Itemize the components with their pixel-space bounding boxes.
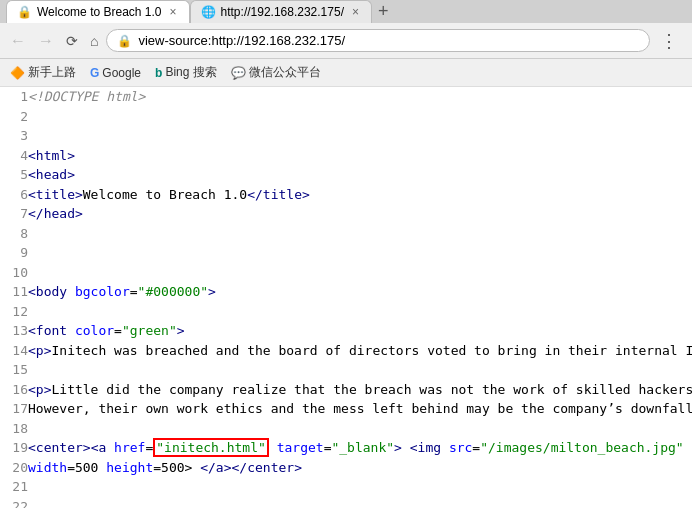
linecontent-14: <p>Initech was breached and the board of… xyxy=(28,341,692,361)
linenum-19: 19 xyxy=(0,438,28,458)
linecontent-7: </head> xyxy=(28,204,692,224)
bookmark-xinshoushang-label: 新手上路 xyxy=(28,64,76,81)
linenum-7: 7 xyxy=(0,204,28,224)
linenum-14: 14 xyxy=(0,341,28,361)
linenum-5: 5 xyxy=(0,165,28,185)
linecontent-17: However, their own work ethics and the m… xyxy=(28,399,692,419)
menu-button[interactable]: ⋮ xyxy=(654,28,686,54)
bookmark-google[interactable]: G Google xyxy=(86,64,145,82)
bookmark-xinshoushang[interactable]: 🔶 新手上路 xyxy=(6,62,80,83)
new-tab-button[interactable]: + xyxy=(372,1,395,22)
bookmark-wechat-label: 微信公众平台 xyxy=(249,64,321,81)
linenum-8: 8 xyxy=(0,224,28,244)
linecontent-21 xyxy=(28,477,692,497)
linecontent-11: <body bgcolor="#000000"> xyxy=(28,282,692,302)
line-12: 12 xyxy=(0,302,692,322)
linecontent-20: width=500 height=500> </a></center> xyxy=(28,458,692,478)
linenum-4: 4 xyxy=(0,146,28,166)
line-13: 13 <font color="green"> xyxy=(0,321,692,341)
tab2-close-icon[interactable]: × xyxy=(350,5,361,19)
tab-2[interactable]: 🌐 http://192.168.232.175/ × xyxy=(190,0,372,23)
linenum-17: 17 xyxy=(0,399,28,419)
linecontent-10 xyxy=(28,263,692,283)
linecontent-22 xyxy=(28,497,692,509)
home-button[interactable]: ⌂ xyxy=(86,31,102,51)
back-button[interactable]: ← xyxy=(6,30,30,52)
linecontent-19: <center><a href="initech.html" target="_… xyxy=(28,438,692,458)
linenum-10: 10 xyxy=(0,263,28,283)
address-bar-wrapper: 🔒 xyxy=(106,29,650,52)
linenum-2: 2 xyxy=(0,107,28,127)
line-17: 17 However, their own work ethics and th… xyxy=(0,399,692,419)
line-16: 16 <p>Little did the company realize tha… xyxy=(0,380,692,400)
address-favicon: 🔒 xyxy=(117,34,132,48)
line-18: 18 xyxy=(0,419,692,439)
linecontent-5: <head> xyxy=(28,165,692,185)
bookmark-wechat-icon: 💬 xyxy=(231,66,246,80)
linecontent-18 xyxy=(28,419,692,439)
linenum-11: 11 xyxy=(0,282,28,302)
line-20: 20 width=500 height=500> </a></center> xyxy=(0,458,692,478)
line-5: 5 <head> xyxy=(0,165,692,185)
linenum-15: 15 xyxy=(0,360,28,380)
tab2-title: http://192.168.232.175/ xyxy=(221,5,344,19)
reload-button[interactable]: ⟳ xyxy=(62,31,82,51)
line-11: 11 <body bgcolor="#000000"> xyxy=(0,282,692,302)
linecontent-3 xyxy=(28,126,692,146)
line-14: 14 <p>Initech was breached and the board… xyxy=(0,341,692,361)
linenum-12: 12 xyxy=(0,302,28,322)
linecontent-9 xyxy=(28,243,692,263)
linecontent-16: <p>Little did the company realize that t… xyxy=(28,380,692,400)
source-table: 1 <!DOCTYPE html> 2 3 4 <html> xyxy=(0,87,692,508)
bookmarks-bar: 🔶 新手上路 G Google b Bing 搜索 💬 微信公众平台 xyxy=(0,59,692,87)
line-21: 21 xyxy=(0,477,692,497)
linenum-13: 13 xyxy=(0,321,28,341)
linecontent-2 xyxy=(28,107,692,127)
linenum-18: 18 xyxy=(0,419,28,439)
linecontent-13: <font color="green"> xyxy=(28,321,692,341)
linecontent-15 xyxy=(28,360,692,380)
source-view: 1 <!DOCTYPE html> 2 3 4 <html> xyxy=(0,87,692,508)
linenum-1: 1 xyxy=(0,87,28,107)
linenum-3: 3 xyxy=(0,126,28,146)
line-8: 8 xyxy=(0,224,692,244)
line-4: 4 <html> xyxy=(0,146,692,166)
line-10: 10 xyxy=(0,263,692,283)
forward-button[interactable]: → xyxy=(34,30,58,52)
bookmark-bing[interactable]: b Bing 搜索 xyxy=(151,62,221,83)
linecontent-4: <html> xyxy=(28,146,692,166)
linenum-22: 22 xyxy=(0,497,28,509)
linecontent-1: <!DOCTYPE html> xyxy=(28,87,692,107)
line-2: 2 xyxy=(0,107,692,127)
toolbar: ← → ⟳ ⌂ 🔒 ⋮ xyxy=(0,23,692,59)
browser-window: 🔒 Welcome to Breach 1.0 × 🌐 http://192.1… xyxy=(0,0,692,508)
tab1-favicon: 🔒 xyxy=(17,5,31,19)
tab2-favicon: 🌐 xyxy=(201,5,215,19)
bookmark-bing-icon: b xyxy=(155,66,162,80)
line-9: 9 xyxy=(0,243,692,263)
linenum-21: 21 xyxy=(0,477,28,497)
tab1-close-icon[interactable]: × xyxy=(168,5,179,19)
tab-bar: 🔒 Welcome to Breach 1.0 × 🌐 http://192.1… xyxy=(0,0,692,23)
tab-1[interactable]: 🔒 Welcome to Breach 1.0 × xyxy=(6,0,190,23)
line-15: 15 xyxy=(0,360,692,380)
linecontent-8 xyxy=(28,224,692,244)
line-7: 7 </head> xyxy=(0,204,692,224)
line-6: 6 <title>Welcome to Breach 1.0</title> xyxy=(0,185,692,205)
tab1-title: Welcome to Breach 1.0 xyxy=(37,5,162,19)
bookmark-google-icon: G xyxy=(90,66,99,80)
line-3: 3 xyxy=(0,126,692,146)
linecontent-12 xyxy=(28,302,692,322)
bookmark-bing-label: Bing 搜索 xyxy=(165,64,216,81)
linenum-6: 6 xyxy=(0,185,28,205)
linecontent-6: <title>Welcome to Breach 1.0</title> xyxy=(28,185,692,205)
linenum-9: 9 xyxy=(0,243,28,263)
address-bar[interactable] xyxy=(138,33,639,48)
linenum-20: 20 xyxy=(0,458,28,478)
bookmark-wechat[interactable]: 💬 微信公众平台 xyxy=(227,62,325,83)
bookmark-google-label: Google xyxy=(102,66,141,80)
linenum-16: 16 xyxy=(0,380,28,400)
line-1: 1 <!DOCTYPE html> xyxy=(0,87,692,107)
line-19: 19 <center><a href="initech.html" target… xyxy=(0,438,692,458)
bookmark-xinshoushang-icon: 🔶 xyxy=(10,66,25,80)
